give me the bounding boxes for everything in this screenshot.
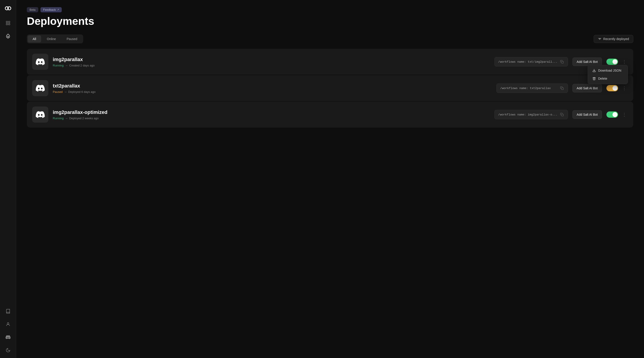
tab-paused[interactable]: Paused <box>62 35 82 43</box>
deployment-command-txt2parallax: /workflows name: txt2parallax <box>496 84 568 93</box>
filter-tabs: All Online Paused <box>27 35 83 44</box>
discord-logo-icon <box>36 57 45 66</box>
status-text: Running <box>53 117 64 120</box>
sidebar-item-dashboard[interactable] <box>4 19 12 27</box>
deployment-icon-img2parallax <box>32 54 48 70</box>
command-text: /workflows name: txt2parallax <box>500 87 558 90</box>
deployment-card-img2parallax-optimized: img2parallax-optimized Running → Deploye… <box>27 102 633 128</box>
dropdown-delete[interactable]: Delete <box>589 75 626 83</box>
svg-rect-10 <box>562 88 564 90</box>
main-content: Beta Feedback ↗ Deployments All Online P… <box>16 0 644 358</box>
command-text: /workflows name: txt/img2parall... <box>498 60 558 64</box>
sidebar-item-night[interactable] <box>4 346 12 354</box>
toggle-knob <box>612 112 618 117</box>
deployment-status-img2parallax: Running → Created 2 days ago <box>53 64 490 67</box>
add-bot-button-img2parallax-optimized[interactable]: Add Salt AI Bot <box>572 110 602 119</box>
app-logo[interactable] <box>4 4 12 13</box>
feedback-badge[interactable]: Feedback ↗ <box>40 7 62 12</box>
page-title: Deployments <box>27 15 633 27</box>
deployment-status-img2parallax-optimized: Running → Deployed 2 weeks ago <box>53 117 490 120</box>
deployment-name-img2parallax-optimized: img2parallax-optimized <box>53 109 490 115</box>
toggle-wrap-img2parallax: ⋮ <box>606 58 628 65</box>
copy-icon <box>560 113 564 116</box>
copy-icon <box>560 60 564 64</box>
sidebar-item-discord[interactable] <box>4 333 12 341</box>
delete-label: Delete <box>598 77 607 80</box>
toggle-txt2parallax[interactable] <box>606 85 618 91</box>
toggle-wrap-txt2parallax: ⋮ <box>606 85 628 92</box>
sidebar-item-docs[interactable] <box>4 307 12 315</box>
svg-point-7 <box>7 323 9 324</box>
more-options-button-txt2parallax[interactable]: ⋮ <box>621 85 628 92</box>
deployment-card-img2parallax: img2parallax Running → Created 2 days ag… <box>27 49 633 75</box>
sidebar-item-account[interactable] <box>4 320 12 328</box>
discord-logo-icon-2 <box>36 84 45 93</box>
copy-command-button-img2parallax[interactable] <box>560 60 564 64</box>
svg-point-6 <box>8 36 8 37</box>
download-icon <box>592 69 596 72</box>
copy-command-button-img2parallax-optimized[interactable] <box>560 112 564 117</box>
toggle-img2parallax-optimized[interactable] <box>606 111 618 118</box>
add-bot-button-txt2parallax[interactable]: Add Salt AI Bot <box>572 84 602 92</box>
deployment-info-img2parallax: img2parallax Running → Created 2 days ag… <box>53 57 490 67</box>
dropdown-download-json[interactable]: Download JSON <box>589 67 626 75</box>
sidebar-item-deployments[interactable] <box>4 32 12 40</box>
copy-command-button-txt2parallax[interactable] <box>560 86 564 90</box>
deployment-info-img2parallax-optimized: img2parallax-optimized Running → Deploye… <box>53 109 490 120</box>
status-text: Running <box>53 64 64 67</box>
deployment-card-txt2parallax: txt2parallax Paused → Deployed 6 days ag… <box>27 75 633 101</box>
status-detail: Created 2 days ago <box>69 64 94 67</box>
status-text: Paused <box>53 90 62 94</box>
toggle-knob <box>612 59 618 64</box>
more-options-button-img2parallax[interactable]: ⋮ <box>621 58 628 65</box>
filter-bar: All Online Paused Recently deployed <box>27 35 633 44</box>
svg-rect-2 <box>6 21 8 23</box>
more-options-button-img2parallax-optimized[interactable]: ⋮ <box>621 111 628 118</box>
toggle-knob <box>612 86 618 91</box>
tab-all[interactable]: All <box>28 35 41 43</box>
deployment-info-txt2parallax: txt2parallax Paused → Deployed 6 days ag… <box>53 83 492 94</box>
dropdown-menu-img2parallax: Download JSON Delete <box>588 65 628 84</box>
discord-logo-icon-3 <box>36 110 45 119</box>
svg-rect-11 <box>562 114 564 116</box>
deployment-icon-txt2parallax <box>32 80 48 96</box>
sort-icon <box>598 37 602 41</box>
sort-label: Recently deployed <box>603 37 629 41</box>
download-json-label: Download JSON <box>598 69 622 72</box>
status-detail: Deployed 2 weeks ago <box>69 117 98 120</box>
svg-rect-8 <box>562 61 564 63</box>
header-badges: Beta Feedback ↗ <box>27 7 633 12</box>
status-detail: Deployed 6 days ago <box>68 90 96 94</box>
beta-badge: Beta <box>27 7 38 12</box>
deployment-icon-img2parallax-optimized <box>32 107 48 123</box>
tab-online[interactable]: Online <box>42 35 61 43</box>
deployment-status-txt2parallax: Paused → Deployed 6 days ago <box>53 90 492 94</box>
deployment-name-txt2parallax: txt2parallax <box>53 83 492 89</box>
deployment-name-img2parallax: img2parallax <box>53 57 490 63</box>
command-text: /workflows name: img2parallax-o... <box>498 113 558 116</box>
toggle-wrap-img2parallax-optimized: ⋮ <box>606 111 628 118</box>
svg-rect-3 <box>8 21 10 23</box>
copy-icon <box>560 86 564 90</box>
deployment-command-img2parallax: /workflows name: txt/img2parall... <box>494 57 568 67</box>
feedback-label: Feedback <box>43 8 56 12</box>
sidebar <box>0 0 16 358</box>
trash-icon <box>592 77 596 80</box>
svg-rect-4 <box>6 24 8 25</box>
toggle-img2parallax[interactable] <box>606 59 618 65</box>
deployments-list: img2parallax Running → Created 2 days ag… <box>27 49 633 128</box>
svg-rect-5 <box>8 24 10 25</box>
feedback-external-icon: ↗ <box>57 8 59 11</box>
deployment-command-img2parallax-optimized: /workflows name: img2parallax-o... <box>494 110 568 119</box>
sort-button[interactable]: Recently deployed <box>594 35 633 43</box>
